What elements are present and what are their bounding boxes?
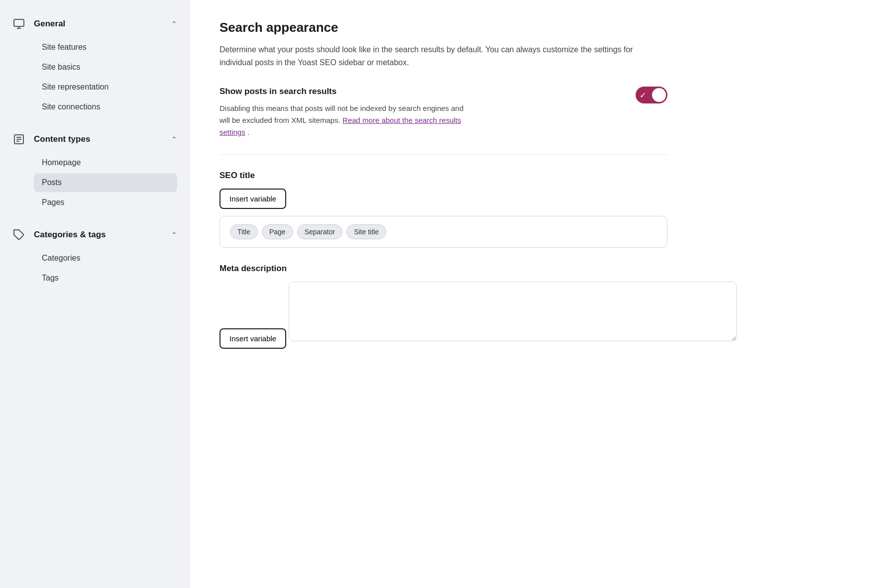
toggle-text-content: Show posts in search results Disabling t…	[219, 87, 468, 138]
meta-description-textarea[interactable]	[289, 282, 737, 341]
sidebar-item-homepage[interactable]: Homepage	[34, 153, 177, 172]
seo-title-token-container: Title Page Separator Site title	[219, 216, 667, 248]
token-separator[interactable]: Separator	[297, 224, 342, 239]
tag-icon	[12, 228, 26, 242]
main-content: Search appearance Determine what your po…	[189, 0, 876, 588]
chevron-up-icon-3: ⌃	[171, 231, 177, 239]
sidebar: General ⌃ Site features Site basics Site…	[0, 0, 189, 588]
seo-title-section: SEO title Insert variable Title Page Sep…	[219, 171, 846, 248]
seo-title-label: SEO title	[219, 171, 846, 181]
section-divider	[219, 154, 667, 155]
monitor-icon	[12, 17, 26, 31]
toggle-description: Disabling this means that posts will not…	[219, 102, 468, 138]
content-types-items: Homepage Posts Pages	[0, 153, 189, 219]
chevron-up-icon-2: ⌃	[171, 135, 177, 143]
svg-rect-0	[14, 19, 24, 26]
sidebar-section-categories-tags: Categories & tags ⌃ Categories Tags	[0, 221, 189, 294]
sidebar-section-header-general[interactable]: General ⌃	[0, 10, 189, 38]
sidebar-item-site-connections[interactable]: Site connections	[34, 98, 177, 116]
toggle-period: .	[247, 128, 249, 136]
meta-description-section: Meta description Insert variable	[219, 264, 846, 356]
categories-tags-section-title: Categories & tags	[34, 230, 106, 240]
categories-tags-items: Categories Tags	[0, 249, 189, 294]
sidebar-item-site-basics[interactable]: Site basics	[34, 58, 177, 77]
sidebar-section-header-categories-tags[interactable]: Categories & tags ⌃	[0, 221, 189, 249]
meta-description-insert-variable-button[interactable]: Insert variable	[219, 328, 286, 349]
general-items: Site features Site basics Site represent…	[0, 38, 189, 123]
show-posts-toggle[interactable]: ✓	[636, 87, 667, 103]
toggle-label: Show posts in search results	[219, 87, 468, 97]
sidebar-section-content-types: Content types ⌃ Homepage Posts Pages	[0, 125, 189, 219]
chevron-up-icon: ⌃	[171, 20, 177, 28]
token-page[interactable]: Page	[262, 224, 293, 239]
seo-title-insert-variable-button[interactable]: Insert variable	[219, 189, 286, 209]
sidebar-item-site-features[interactable]: Site features	[34, 38, 177, 57]
show-posts-toggle-row: Show posts in search results Disabling t…	[219, 87, 667, 138]
sidebar-item-pages[interactable]: Pages	[34, 193, 177, 212]
token-title[interactable]: Title	[230, 224, 258, 239]
general-section-title: General	[34, 19, 65, 29]
page-description: Determine what your posts should look li…	[219, 43, 648, 69]
content-types-section-title: Content types	[34, 134, 90, 144]
token-site-title[interactable]: Site title	[346, 224, 386, 239]
toggle-slider	[636, 87, 667, 103]
sidebar-section-general: General ⌃ Site features Site basics Site…	[0, 10, 189, 123]
meta-description-label: Meta description	[219, 264, 846, 274]
sidebar-item-posts[interactable]: Posts	[34, 173, 177, 192]
sidebar-item-tags[interactable]: Tags	[34, 269, 177, 288]
sidebar-item-categories[interactable]: Categories	[34, 249, 177, 268]
document-icon	[12, 132, 26, 146]
page-title: Search appearance	[219, 20, 846, 35]
sidebar-section-header-content-types[interactable]: Content types ⌃	[0, 125, 189, 153]
sidebar-item-site-representation[interactable]: Site representation	[34, 78, 177, 97]
